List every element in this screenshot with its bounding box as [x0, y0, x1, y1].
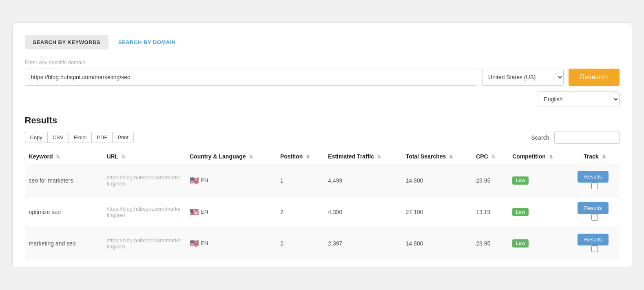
sort-icon-country: ⇅ — [249, 154, 253, 160]
sort-icon-traffic: ⇅ — [377, 154, 381, 160]
results-title: Results — [25, 115, 620, 126]
language-row: English Spanish French German Portuguese — [25, 91, 620, 107]
flag-icon: 🇺🇸 — [190, 239, 199, 248]
export-print-button[interactable]: Print — [112, 132, 134, 143]
language-code: EN — [201, 240, 208, 246]
cell-searches: 14,800 — [402, 228, 472, 259]
sort-icon-competition: ⇅ — [549, 154, 553, 160]
cell-competition: Low — [508, 196, 570, 228]
cell-position: 2 — [276, 196, 324, 228]
language-code: EN — [201, 209, 208, 215]
table-row: marketing and seo https://blog.hubspot.c… — [25, 228, 620, 259]
cell-cpc: 23.95 — [472, 228, 508, 259]
sort-icon-url: ⇅ — [122, 154, 125, 160]
sort-icon-position: ⇅ — [306, 154, 310, 160]
tab-bar: SEARCH BY KEYWORDS SEARCH BY DOMAIN — [25, 35, 620, 49]
flag-icon: 🇺🇸 — [190, 207, 199, 216]
tab-domain[interactable]: SEARCH BY DOMAIN — [110, 35, 184, 49]
export-pdf-button[interactable]: PDF — [91, 132, 113, 143]
sort-icon-cpc: ⇅ — [491, 154, 495, 160]
track-checkbox[interactable] — [591, 245, 598, 252]
results-button[interactable]: Results — [578, 171, 608, 183]
search-row: United States (US) United Kingdom (UK) C… — [25, 69, 620, 86]
cell-keyword: marketing and seo — [25, 228, 103, 259]
country-select[interactable]: United States (US) United Kingdom (UK) C… — [482, 69, 564, 86]
results-button[interactable]: Results — [578, 234, 608, 245]
research-button[interactable]: Research — [569, 69, 619, 86]
sort-icon-searches: ⇅ — [449, 154, 453, 160]
table-search-label: Search: — [531, 134, 551, 141]
results-table: Keyword ⇅ URL ⇅ Country & Language ⇅ Pos… — [25, 148, 620, 259]
cell-url: https://blog.hubspot.com/mar­keting/seo — [102, 165, 186, 196]
cell-country: 🇺🇸 EN — [186, 228, 276, 259]
cell-traffic: 2,397 — [324, 228, 402, 259]
export-buttons: Copy CSV Excel PDF Print — [25, 132, 134, 143]
language-select[interactable]: English Spanish French German Portuguese — [538, 91, 620, 107]
cell-keyword: optimize seo — [25, 196, 103, 228]
track-checkbox[interactable] — [591, 183, 598, 189]
competition-badge: Low — [512, 239, 529, 248]
search-label: Enter any specific domain — [25, 59, 620, 65]
cell-country: 🇺🇸 EN — [186, 196, 276, 228]
table-row: seo for marketers https://blog.hubspot.c… — [25, 165, 620, 196]
domain-input[interactable] — [25, 69, 478, 86]
cell-url: https://blog.hubspot.com/mar­keting/seo — [102, 196, 186, 228]
competition-badge: Low — [512, 176, 529, 185]
col-header-keyword: Keyword ⇅ — [25, 148, 103, 165]
cell-cpc: 13.19 — [472, 196, 508, 228]
cell-track: Results — [570, 165, 619, 196]
table-search-input[interactable] — [554, 132, 620, 144]
results-button[interactable]: Results — [578, 202, 608, 214]
track-checkbox[interactable] — [591, 214, 598, 221]
cell-position: 1 — [276, 165, 324, 196]
cell-traffic: 4,499 — [324, 165, 402, 196]
cell-competition: Low — [508, 165, 570, 196]
col-header-track: Track ⇅ — [570, 148, 619, 165]
cell-url: https://blog.hubspot.com/mar­keting/seo — [102, 228, 186, 259]
col-header-country: Country & Language ⇅ — [186, 148, 276, 165]
col-header-searches: Total Searches ⇅ — [402, 148, 472, 165]
tab-keywords[interactable]: SEARCH BY KEYWORDS — [25, 35, 109, 49]
language-code: EN — [201, 177, 208, 183]
cell-competition: Low — [508, 228, 570, 259]
cell-track: Results — [570, 196, 619, 228]
cell-keyword: seo for marketers — [25, 165, 103, 196]
export-copy-button[interactable]: Copy — [25, 132, 48, 143]
cell-searches: 27,100 — [402, 196, 472, 228]
sort-icon-track: ⇅ — [602, 154, 606, 160]
export-csv-button[interactable]: CSV — [47, 132, 69, 143]
cell-position: 2 — [276, 228, 324, 259]
competition-badge: Low — [512, 208, 529, 216]
cell-traffic: 4,390 — [324, 196, 402, 228]
sort-icon-keyword: ⇅ — [56, 154, 60, 160]
cell-cpc: 23.95 — [472, 165, 508, 196]
cell-searches: 14,800 — [402, 165, 472, 196]
export-excel-button[interactable]: Excel — [69, 132, 92, 143]
cell-track: Results — [570, 228, 619, 259]
export-row: Copy CSV Excel PDF Print Search: — [25, 132, 620, 144]
table-search-row: Search: — [531, 132, 619, 144]
col-header-position: Position ⇅ — [276, 148, 324, 165]
flag-icon: 🇺🇸 — [190, 176, 199, 185]
main-card: SEARCH BY KEYWORDS SEARCH BY DOMAIN Ente… — [12, 22, 632, 268]
cell-country: 🇺🇸 EN — [186, 165, 276, 196]
col-header-url: URL ⇅ — [102, 148, 186, 165]
col-header-traffic: Estimated Traffic ⇅ — [324, 148, 402, 165]
table-row: optimize seo https://blog.hubspot.com/ma… — [25, 196, 620, 228]
col-header-competition: Competition ⇅ — [508, 148, 570, 165]
col-header-cpc: CPC ⇅ — [472, 148, 508, 165]
